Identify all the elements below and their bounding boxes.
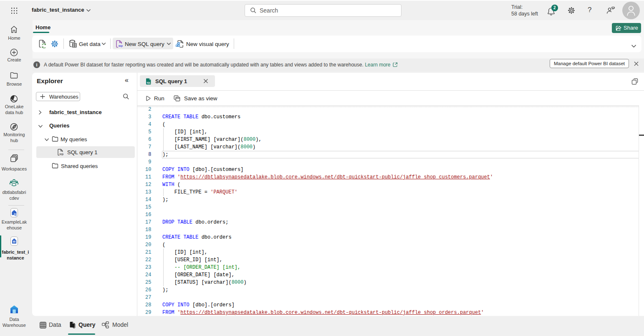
svg-text:SQL: SQL — [60, 153, 63, 155]
svg-text:SQL: SQL — [146, 82, 151, 84]
svg-text:SQL: SQL — [119, 44, 123, 47]
